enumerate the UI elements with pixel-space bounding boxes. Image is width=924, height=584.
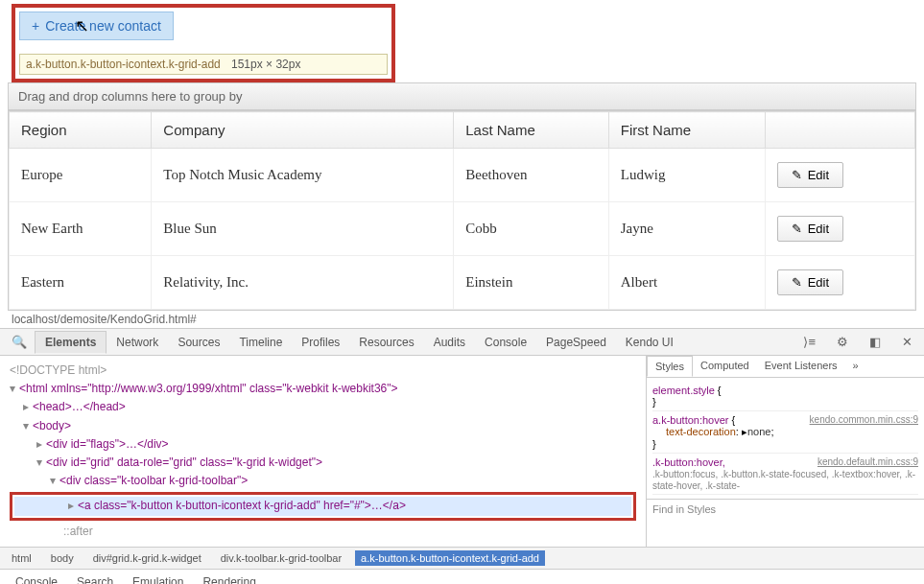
col-company[interactable]: Company — [152, 112, 454, 149]
cell-lastname: Cobb — [454, 202, 609, 256]
gear-icon[interactable]: ⚙ — [829, 331, 856, 353]
edit-button[interactable]: ✎ Edit — [777, 162, 843, 188]
elements-tree[interactable]: <!DOCTYPE html> <html xmlns="http://www.… — [0, 356, 646, 547]
more-styles-icon[interactable]: » — [845, 356, 866, 377]
devtools-tab-pagespeed[interactable]: PageSpeed — [536, 332, 616, 353]
cell-lastname: Einstein — [454, 256, 609, 310]
devtools-tab-resources[interactable]: Resources — [349, 332, 423, 353]
devtools-tab-profiles[interactable]: Profiles — [292, 332, 349, 353]
emulation-tab[interactable]: Emulation — [123, 572, 193, 584]
breadcrumb-item[interactable]: div.k-toolbar.k-grid-toolbar — [215, 550, 347, 566]
col-region[interactable]: Region — [10, 112, 152, 149]
dock-icon[interactable]: ◧ — [862, 331, 888, 353]
styles-tab[interactable]: Styles — [647, 356, 693, 377]
plus-icon: + — [32, 18, 39, 34]
cell-company: Top Notch Music Academy — [152, 149, 454, 202]
breadcrumb-item[interactable]: div#grid.k-grid.k-widget — [87, 550, 207, 566]
cell-lastname: Beethoven — [454, 149, 609, 202]
cell-region: Europe — [10, 149, 152, 202]
group-panel[interactable]: Drag and drop columns here to group by — [8, 82, 916, 110]
pencil-icon: ✎ — [792, 275, 802, 290]
pencil-icon: ✎ — [792, 222, 802, 236]
devtools-tabs: 🔍 ElementsNetworkSourcesTimelineProfiles… — [0, 329, 924, 356]
inspector-tooltip: a.k-button.k-button-icontext.k-grid-add … — [19, 54, 388, 75]
drawer-toggle-icon[interactable]: ⟩≡ — [795, 331, 823, 353]
inspect-icon[interactable]: 🔍 — [4, 331, 35, 353]
cell-region: New Earth — [10, 202, 152, 256]
devtools-tab-sources[interactable]: Sources — [168, 332, 229, 353]
col-actions — [765, 112, 914, 149]
breadcrumb-item[interactable]: html — [6, 550, 37, 566]
dom-breadcrumb: htmlbodydiv#grid.k-grid.k-widgetdiv.k-to… — [0, 547, 924, 569]
edit-button[interactable]: ✎ Edit — [777, 269, 843, 295]
selected-dom-node: <a class="k-button k-button-icontext k-g… — [10, 492, 636, 520]
rendering-tab[interactable]: Rendering — [193, 572, 265, 584]
cell-firstname: Ludwig — [608, 149, 765, 202]
create-contact-label: Create new contact — [45, 18, 161, 34]
search-tab[interactable]: Search — [67, 572, 123, 584]
breadcrumb-item[interactable]: body — [45, 550, 80, 566]
event-listeners-tab[interactable]: Event Listeners — [757, 356, 845, 377]
cell-company: Relativity, Inc. — [152, 256, 454, 310]
cell-region: Eastern — [10, 256, 152, 310]
contacts-grid: Region Company Last Name First Name Euro… — [8, 110, 916, 311]
col-firstname[interactable]: First Name — [608, 112, 765, 149]
devtools-tab-network[interactable]: Network — [107, 332, 168, 353]
devtools-tab-timeline[interactable]: Timeline — [229, 332, 292, 353]
devtools-tab-audits[interactable]: Audits — [424, 332, 475, 353]
edit-button[interactable]: ✎ Edit — [777, 216, 843, 242]
console-tab[interactable]: Console — [6, 572, 67, 584]
find-in-styles[interactable]: Find in Styles — [647, 499, 924, 519]
cell-firstname: Albert — [608, 256, 765, 310]
url-display: localhost/demosite/KendoGrid.html# — [8, 311, 924, 328]
table-row: EasternRelativity, Inc.EinsteinAlbert✎ E… — [10, 256, 915, 310]
cell-firstname: Jayne — [608, 202, 765, 256]
breadcrumb-item[interactable]: a.k-button.k-button-icontext.k-grid-add — [355, 550, 545, 566]
devtools-tab-console[interactable]: Console — [475, 332, 536, 353]
close-icon[interactable]: ✕ — [894, 331, 920, 353]
table-row: EuropeTop Notch Music AcademyBeethovenLu… — [10, 149, 915, 202]
devtools-panel: 🔍 ElementsNetworkSourcesTimelineProfiles… — [0, 328, 924, 584]
devtools-tab-elements[interactable]: Elements — [35, 331, 107, 354]
cell-company: Blue Sun — [152, 202, 454, 256]
devtools-tab-kendo-ui[interactable]: Kendo UI — [616, 332, 683, 353]
console-drawer: Console Search Emulation Rendering ⊘ ▽ <… — [0, 569, 924, 584]
create-contact-button[interactable]: + Create new contact — [19, 12, 174, 40]
pencil-icon: ✎ — [792, 168, 802, 182]
col-lastname[interactable]: Last Name — [454, 112, 609, 149]
table-row: New EarthBlue SunCobbJayne✎ Edit — [10, 202, 915, 256]
styles-panel: Styles Computed Event Listeners » elemen… — [646, 356, 924, 547]
computed-tab[interactable]: Computed — [693, 356, 757, 377]
